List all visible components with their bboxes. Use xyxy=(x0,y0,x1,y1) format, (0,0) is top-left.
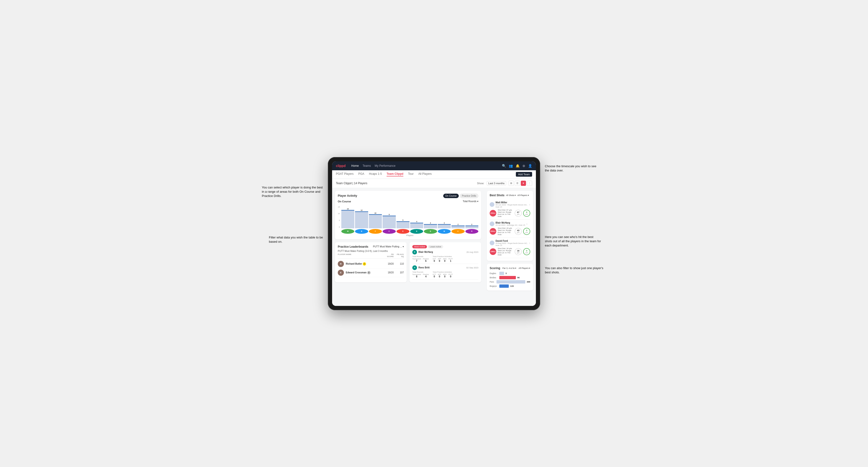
bar-highlight-9 xyxy=(465,225,478,226)
bars-row: 1312109543322 xyxy=(341,205,478,228)
practice-drills-toggle[interactable]: Practice Drills xyxy=(460,194,478,198)
activity-player-row-1: R Rees Britt 02 Sep 2023 xyxy=(412,266,478,270)
activity-item-1: R Rees Britt 02 Sep 2023 Total Rounds To… xyxy=(412,264,478,280)
bar-group-3: 9 xyxy=(382,214,396,228)
bell-icon[interactable]: 🔔 xyxy=(516,164,520,168)
total-rounds-dropdown[interactable]: Total Rounds ▾ xyxy=(463,200,478,203)
shot-card-2: David Ford 24 Aug 2023 · Royal North Dev… xyxy=(490,238,530,258)
lb-score-0: 19/20 xyxy=(384,262,394,265)
nav-home[interactable]: Home xyxy=(351,164,359,167)
avatar-6: B xyxy=(424,229,437,234)
nav-logo: clippd xyxy=(336,164,346,168)
scoring-label-3: Bogeys xyxy=(490,285,498,287)
player-activity-title: Player Activity xyxy=(338,194,357,197)
view-icons: ⊞ ☰ ♥ ⋮ xyxy=(508,181,532,186)
total-rounds-group-0: Total Rounds Tournament 7 Practice 6 xyxy=(412,255,429,262)
shot-info-0: Shot Dist: 67 yds Start Lie: Rough End L… xyxy=(498,209,513,217)
scoring-row-eagles: Eagles 3 xyxy=(490,272,530,275)
scoring-players-chevron-icon: ▾ xyxy=(529,267,530,269)
practice-dropdown[interactable]: PUTT Must Make Putting ... ▾ xyxy=(373,245,404,248)
scoring-bar-1 xyxy=(499,276,516,279)
list-view-icon[interactable]: ☰ xyxy=(515,181,520,186)
sub-nav-tabs: PGAT Players PGA Hcaps 1-5 Team Clippd T… xyxy=(336,172,516,177)
app-col-0: APP 0 xyxy=(438,258,441,262)
y-label-0: 0 xyxy=(338,226,340,228)
shot-chevron-icon-0[interactable]: › xyxy=(529,203,530,206)
arg-label-1: ARG xyxy=(443,274,446,275)
search-icon[interactable]: 🔍 xyxy=(502,164,506,168)
shot-card-0: Matt Miller 09 Jun 2023 · Royal North De… xyxy=(490,199,530,220)
plus-circle-icon[interactable]: ⊕ xyxy=(522,164,525,168)
most-active-card: Most Active Least Active B Blair McHarg … xyxy=(409,242,481,282)
arg-val-1: 0 xyxy=(443,275,446,278)
date-range-select[interactable]: Last 3 months xyxy=(487,181,506,185)
scoring-header: Scoring Par 3, 4 & 5s ▾ All Players ▾ xyxy=(490,267,530,270)
avatar-7: M xyxy=(438,229,451,234)
shot-info-1: Shot Dist: 43 yds Start Lie: Rough End L… xyxy=(498,227,513,236)
avatar-1: B xyxy=(355,229,368,234)
nav-teams[interactable]: Teams xyxy=(363,164,371,167)
activity-player-name-0: Blair McHarg xyxy=(418,251,433,253)
tab-tour[interactable]: Tour xyxy=(408,172,413,177)
shot-chevron-icon-1[interactable]: › xyxy=(526,222,527,226)
annotation-top-left: You can select which player is doing the… xyxy=(262,185,323,198)
scoring-count-3: 115 xyxy=(510,285,514,287)
least-active-tab[interactable]: Least Active xyxy=(428,245,443,248)
settings-view-icon[interactable]: ⋮ xyxy=(527,181,532,186)
shot-stat2-val-0: 0 xyxy=(526,211,527,214)
tab-pga[interactable]: PGA xyxy=(358,172,364,177)
scoring-bars: Eagles 3 Birdies 96 Pars 499 Bogeys 115 xyxy=(490,272,530,288)
shot-detail-1: 23 Jul 2023 · Ashridge GC, Hole 15 xyxy=(496,224,525,226)
scoring-count-1: 96 xyxy=(517,276,520,279)
tab-team-clippd[interactable]: Team Clippd xyxy=(386,172,403,177)
tab-pgat-players[interactable]: PGAT Players xyxy=(336,172,353,177)
bar-value-9: 2 xyxy=(471,224,472,225)
gtt-col-0: GTT 0 xyxy=(433,258,436,262)
bar-highlight-5 xyxy=(410,223,423,223)
annotation-top-right: Choose the timescale you wish to see the… xyxy=(545,164,597,173)
team-header: Team Clippd | 14 Players Show: Last 3 mo… xyxy=(332,179,536,188)
activity-toggle-group: On Course Practice Drills xyxy=(443,194,478,198)
most-active-tab[interactable]: Most Active xyxy=(412,245,427,248)
on-course-toggle[interactable]: On Course xyxy=(443,194,459,198)
card-view-icon[interactable]: ♥ xyxy=(521,181,526,186)
shot-player-info-0: Matt Miller 09 Jun 2023 · Royal North De… xyxy=(496,201,528,208)
bar-group-7: 3 xyxy=(438,222,451,228)
scoring-filter1[interactable]: Par 3, 4 & 5s ▾ xyxy=(502,267,516,269)
tab-all-players[interactable]: All Players xyxy=(418,172,432,177)
tab-hcaps[interactable]: Hcaps 1-5 xyxy=(369,172,382,177)
th-player-name: PLAYER NAME xyxy=(338,253,382,257)
end-lie-2: End Lie: In The Hole xyxy=(498,252,513,256)
shot-badge-2: 198SG xyxy=(490,248,496,255)
bar-value-6: 3 xyxy=(430,222,431,224)
grid-view-icon[interactable]: ⊞ xyxy=(508,181,514,186)
avatar-2: F xyxy=(369,229,382,234)
users-icon[interactable]: 👥 xyxy=(509,164,513,168)
shot-chevron-icon-2[interactable]: › xyxy=(529,241,530,245)
tablet-frame: clippd Home Teams My Performance 🔍 👥 🔔 ⊕… xyxy=(328,157,540,310)
leaderboard-table-header: PLAYER NAME PB SCORE PB AVG SQ xyxy=(338,252,404,259)
activity-pill-tabs: Most Active Least Active xyxy=(412,245,478,248)
bar-highlight-2 xyxy=(369,214,382,215)
avatar-8: C xyxy=(452,229,464,234)
user-icon[interactable]: 👤 xyxy=(528,164,532,168)
practice-header: Practice Leaderboards PUTT Must Make Put… xyxy=(338,245,404,248)
scoring-filter2[interactable]: All Players ▾ xyxy=(519,267,530,269)
shot-stat1-val-1: 43 xyxy=(517,229,519,231)
shot-stat2-val-1: 0 xyxy=(526,229,527,231)
add-team-button[interactable]: Add Team xyxy=(516,172,532,177)
start-lie-2: Start Lie: Rough xyxy=(498,250,513,252)
gtt-label-1: GTT xyxy=(433,274,436,275)
par-chevron-icon: ▾ xyxy=(515,267,516,269)
shots-filter1[interactable]: All Shots ▾ xyxy=(506,194,516,196)
putt-label-0: PUTT xyxy=(448,258,453,260)
shot-badge-1: 200SG xyxy=(490,228,496,235)
shots-filter2[interactable]: All Players ▾ xyxy=(517,194,529,196)
activity-stats-0: Total Rounds Tournament 7 Practice 6 Tot… xyxy=(412,255,478,262)
best-shots-card: Best Shots All Shots ▾ All Players ▾ xyxy=(487,191,533,261)
bar-value-1: 12 xyxy=(361,210,363,211)
y-label-5: 5 xyxy=(338,219,340,221)
scoring-bar-0 xyxy=(499,272,504,275)
nav-my-performance[interactable]: My Performance xyxy=(375,164,396,167)
player-activity-header: Player Activity On Course Practice Drill… xyxy=(338,194,478,198)
